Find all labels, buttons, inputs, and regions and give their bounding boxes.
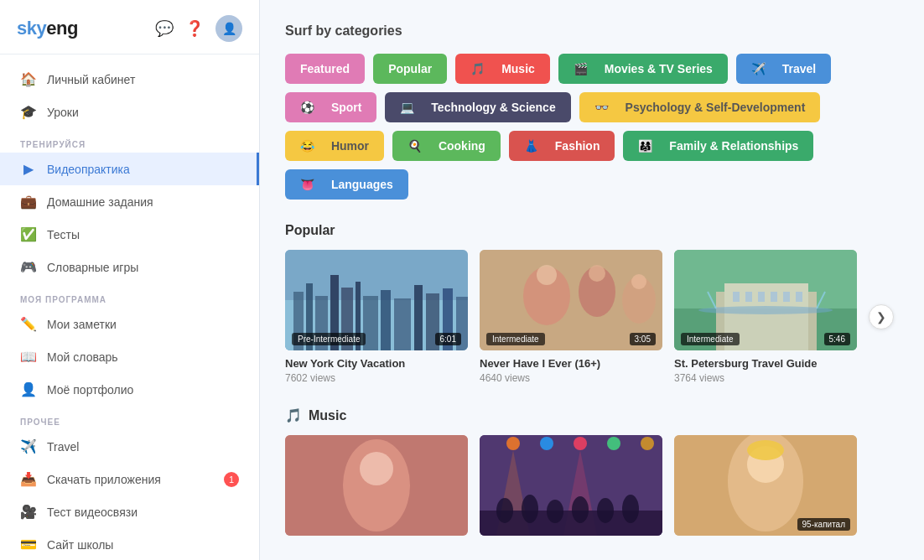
video-thumb-nyc: Pre-Intermediate 6:01 [285, 250, 468, 350]
popular-title: Popular [285, 223, 899, 238]
section-prochee: ПРОЧЕЕ [0, 406, 259, 430]
sidebar-item-label: Тест видеосвязи [47, 506, 138, 519]
sidebar-item-label: Мои заметки [47, 318, 117, 331]
video-title-show: Never Have I Ever (16+) [480, 357, 662, 370]
school-icon: 💳 [20, 537, 37, 552]
music-cards: 95-капитал [285, 435, 899, 542]
music-card-2[interactable] [480, 435, 662, 542]
video-title-spb: St. Petersburg Travel Guide [674, 357, 857, 370]
svg-rect-27 [733, 292, 740, 302]
music-section: 🎵 Music [285, 407, 899, 542]
sidebar-item-notes[interactable]: ✏️ Мои заметки [0, 308, 259, 340]
apps-badge: 1 [224, 472, 239, 487]
humor-emoji: 😂 [300, 139, 314, 153]
cooking-emoji: 🍳 [407, 139, 422, 153]
logo-part1: sky [17, 18, 46, 39]
vocab-icon: 📖 [20, 349, 37, 365]
svg-point-57 [747, 440, 784, 460]
wordgames-icon: 🎮 [20, 259, 37, 275]
sidebar-item-vocab[interactable]: 📖 Мой словарь [0, 340, 259, 373]
carousel-next-button[interactable]: ❯ [869, 304, 894, 329]
category-psychology[interactable]: 👓 Psychology & Self-Development [579, 92, 821, 122]
travel-icon: ✈️ [20, 438, 37, 454]
sidebar-item-apps[interactable]: 📥 Скачать приложения 1 [0, 463, 259, 495]
sidebar-header: skyeng 💬 ❓ 👤 [0, 0, 259, 54]
logo: skyeng [17, 18, 78, 39]
music-card-1[interactable] [285, 435, 468, 542]
sidebar-item-cabinet[interactable]: 🏠 Личный кабинет [0, 63, 259, 96]
sidebar-item-label: Словарные игры [47, 261, 138, 274]
travel-emoji: ✈️ [751, 62, 766, 75]
duration-spb: 5:46 [824, 333, 850, 345]
category-cooking[interactable]: 🍳 Cooking [392, 131, 501, 161]
svg-point-42 [574, 437, 587, 450]
sidebar-item-label: Travel [47, 440, 79, 454]
svg-point-44 [641, 437, 654, 450]
sidebar-item-homework[interactable]: 💼 Домашние задания [0, 185, 259, 218]
video-card-nyc[interactable]: Pre-Intermediate 6:01 New York City Vaca… [285, 250, 468, 384]
video-views-spb: 3764 views [674, 372, 857, 384]
surf-title: Surf by categories [285, 23, 899, 39]
avatar[interactable]: 👤 [215, 15, 242, 42]
category-technology[interactable]: 💻 Technology & Science [385, 92, 570, 122]
help-icon[interactable]: ❓ [185, 19, 204, 38]
sidebar-item-lessons[interactable]: 🎓 Уроки [0, 96, 259, 128]
sidebar-item-travel[interactable]: ✈️ Travel [0, 430, 259, 463]
sidebar-item-label: Личный кабинет [47, 73, 135, 86]
category-popular[interactable]: Popular [373, 54, 447, 84]
sidebar-item-wordgames[interactable]: 🎮 Словарные игры [0, 251, 259, 283]
svg-point-48 [496, 498, 513, 523]
sidebar-nav: 🏠 Личный кабинет 🎓 Уроки ТРЕНИРУЙСЯ ▶ Ви… [0, 54, 259, 560]
chat-icon[interactable]: 💬 [155, 19, 174, 38]
svg-rect-30 [771, 292, 777, 302]
sidebar: skyeng 💬 ❓ 👤 🏠 Личный кабинет 🎓 Уроки ТР… [0, 0, 260, 560]
category-humor[interactable]: 😂 Humor [285, 131, 384, 161]
notes-icon: ✏️ [20, 316, 37, 332]
sidebar-item-portfolio[interactable]: 👤 Моё портфолио [0, 373, 259, 406]
sport-emoji: ⚽ [300, 101, 314, 114]
lessons-icon: 🎓 [20, 104, 37, 120]
duration-show: 3:05 [630, 333, 656, 345]
sidebar-item-tests[interactable]: ✅ Тесты [0, 218, 259, 251]
sidebar-item-school[interactable]: 💳 Сайт школы [0, 528, 259, 560]
sidebar-item-label: Моё портфолио [47, 383, 133, 397]
svg-rect-29 [758, 292, 765, 302]
svg-point-52 [597, 498, 614, 523]
sidebar-item-videocall[interactable]: 🎥 Тест видеосвязи [0, 495, 259, 528]
sidebar-item-label: Уроки [47, 106, 79, 119]
video-card-spb[interactable]: Intermediate 5:46 St. Petersburg Travel … [674, 250, 857, 384]
svg-point-41 [540, 437, 553, 450]
svg-point-51 [572, 496, 589, 523]
music-emoji: 🎵 [470, 62, 485, 75]
category-fashion[interactable]: 👗 Fashion [509, 131, 615, 161]
apps-icon: 📥 [20, 471, 37, 487]
video-card-show[interactable]: Intermediate 3:05 Never Have I Ever (16+… [480, 250, 662, 384]
category-sport[interactable]: ⚽ Sport [285, 92, 376, 122]
video-title-nyc: New York City Vacation [285, 357, 468, 370]
svg-point-33 [698, 306, 833, 314]
play-icon: ▶ [20, 161, 37, 177]
category-family[interactable]: 👨‍👩‍👧 Family & Relationships [623, 131, 813, 161]
category-music[interactable]: 🎵 Music [455, 54, 550, 84]
category-movies[interactable]: 🎬 Movies & TV Series [558, 54, 728, 84]
sidebar-item-label: Видеопрактика [47, 163, 130, 176]
tech-emoji: 💻 [400, 101, 414, 114]
video-cards: Pre-Intermediate 6:01 New York City Vaca… [285, 250, 857, 384]
music-thumb-3: 95-капитал [674, 435, 857, 536]
svg-point-38 [360, 452, 393, 485]
svg-point-43 [607, 437, 620, 450]
languages-emoji: 👅 [300, 178, 314, 191]
sidebar-item-videopraktika[interactable]: ▶ Видеопрактика [0, 153, 259, 185]
categories-grid: Featured Popular 🎵 Music 🎬 Movies & TV S… [285, 54, 899, 200]
svg-point-21 [631, 274, 646, 289]
sidebar-item-label: Тесты [47, 228, 80, 241]
fashion-emoji: 👗 [524, 139, 538, 153]
video-views-nyc: 7602 views [285, 372, 468, 384]
portfolio-icon: 👤 [20, 381, 37, 397]
svg-point-49 [522, 495, 538, 523]
family-emoji: 👨‍👩‍👧 [638, 139, 652, 153]
category-languages[interactable]: 👅 Languages [285, 169, 408, 200]
category-travel[interactable]: ✈️ Travel [736, 54, 831, 84]
music-card-3[interactable]: 95-капитал [674, 435, 857, 542]
category-featured[interactable]: Featured [285, 54, 365, 84]
